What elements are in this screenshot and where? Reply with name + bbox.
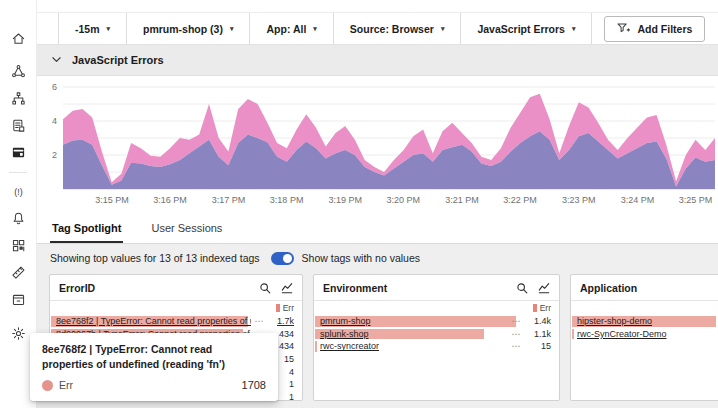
errors-chart[interactable]: 2463:15 PM3:16 PM3:17 PM3:18 PM3:19 PM3:… [37,76,718,214]
source-filter-label: Source: Browser [350,23,434,35]
app-filter[interactable]: App: All▾ [249,13,332,44]
svg-text:3:20 PM: 3:20 PM [387,195,421,205]
panel-environment: EnvironmentErrpmrum-shop⋯1.4ksplunk-shop… [313,274,560,401]
network-icon[interactable] [10,64,26,80]
tag-value-link[interactable]: pmrum-shop [320,316,508,326]
svg-text:4: 4 [52,116,57,126]
panel-title: Application [580,282,718,294]
box-icon[interactable] [10,292,26,308]
chevron-down-icon: ▾ [107,25,111,33]
svg-text:3:17 PM: 3:17 PM [212,195,246,205]
tooltip-value: 1708 [242,379,266,391]
svg-text:3:24 PM: 3:24 PM [621,195,655,205]
panel-title: ErrorID [59,282,249,294]
err-legend-swatch [276,304,280,312]
row-count: 1.7k [267,316,294,326]
show-tags-toggle[interactable] [271,252,294,265]
panel-title: Environment [323,282,506,294]
tooltip-series-row: Err 1708 [42,379,266,391]
tag-row: splunk-shop⋯1.1k [314,328,559,341]
err-bar [572,329,574,340]
svg-text:3:22 PM: 3:22 PM [503,195,537,205]
err-legend-label: Err [283,303,294,313]
tag-value-link[interactable]: 8ee768f2 | TypeError: Cannot read proper… [56,316,251,326]
tag-row: pmrum-shop⋯1.4k [314,315,559,328]
row-menu-icon[interactable]: ⋯ [508,329,524,339]
svg-text:6: 6 [52,82,57,92]
error-type-filter-label: JavaScript Errors [477,23,565,35]
toggle-knob [283,254,292,263]
svg-text:3:18 PM: 3:18 PM [270,195,304,205]
panel-legend: Err [50,301,302,315]
svg-text:3:25 PM: 3:25 PM [679,195,713,205]
tag-value-link[interactable]: hipster-shop-demo [577,316,718,326]
search-icon[interactable] [516,282,528,294]
tag-value-link[interactable]: splunk-shop [320,329,508,339]
section-title: JavaScript Errors [72,54,164,66]
hierarchy-icon[interactable] [10,91,26,107]
rum-card-icon[interactable] [10,145,26,161]
time-range-label: -15m [75,23,100,35]
bell-icon[interactable] [10,211,26,227]
stacked-area-chart[interactable]: 2463:15 PM3:16 PM3:17 PM3:18 PM3:19 PM3:… [37,79,718,211]
svg-text:3:19 PM: 3:19 PM [329,195,363,205]
row-menu-icon[interactable]: ⋯ [508,316,524,326]
alert-icon[interactable]: (!) [10,184,26,200]
environment-filter-label: pmrum-shop (3) [143,23,223,35]
row-menu-icon[interactable]: ⋯ [508,341,524,351]
err-legend-swatch [533,304,537,312]
err-series-dot [42,380,53,391]
toggle-label: Show tags with no values [302,252,420,264]
ruler-icon[interactable] [10,265,26,281]
add-filters-button[interactable]: Add Filters [604,16,705,42]
chevron-down-icon: ▾ [572,25,576,33]
tag-row: rwc-SynCreator-Demo [571,328,718,341]
tab-user-sessions[interactable]: User Sessions [149,214,224,243]
tab-tag-spotlight[interactable]: Tag Spotlight [50,214,123,243]
svg-text:3:21 PM: 3:21 PM [445,195,479,205]
svg-text:3:16 PM: 3:16 PM [153,195,187,205]
gear-icon[interactable] [10,325,26,341]
log-icon[interactable] [10,118,26,134]
svg-text:2: 2 [52,150,57,160]
chart-icon[interactable] [538,282,550,294]
panel-legend: Err [571,301,718,315]
row-count: 15 [524,341,551,351]
row-count: 1.1k [524,329,551,339]
chevron-down-icon: ▾ [313,25,317,33]
panel-application: ApplicationErrhipster-shop-demorwc-SynCr… [570,274,718,401]
tooltip-title: 8ee768f2 | TypeError: Cannot read proper… [42,342,266,371]
filter-bar: -15m▾ pmrum-shop (3)▾ App: All▾ Source: … [37,0,718,45]
row-menu-icon[interactable]: ⋯ [251,316,267,326]
chevron-down-icon: ▾ [230,25,234,33]
home-icon[interactable] [10,30,26,46]
chart-icon[interactable] [281,282,293,294]
panel-legend: Err [314,301,559,315]
tooltip-series-label: Err [59,379,236,391]
spotlight-summary: Showing top values for 13 of 13 indexed … [50,252,260,264]
grid-icon[interactable] [10,238,26,254]
chart-tooltip: 8ee768f2 | TypeError: Cannot read proper… [30,333,278,401]
time-range-filter[interactable]: -15m▾ [58,13,126,44]
error-type-filter[interactable]: JavaScript Errors▾ [460,13,592,44]
chevron-down-icon: ▾ [441,25,445,33]
chevron-down-icon [52,56,61,64]
tag-value-link[interactable]: rwc-SynCreator-Demo [577,329,718,339]
row-count: 1.4k [524,316,551,326]
tag-row: 8ee768f2 | TypeError: Cannot read proper… [50,315,302,328]
app-filter-label: App: All [266,23,306,35]
environment-filter[interactable]: pmrum-shop (3)▾ [126,13,249,44]
tabs: Tag Spotlight User Sessions [37,214,718,244]
tag-row: rwc-syncreator⋯15 [314,340,559,353]
source-filter[interactable]: Source: Browser▾ [333,13,461,44]
err-bar [315,341,317,352]
nav-divider [9,172,27,173]
err-legend-label: Err [540,303,551,313]
spotlight-controls: Showing top values for 13 of 13 indexed … [37,244,718,272]
tag-value-link[interactable]: rwc-syncreator [320,341,508,351]
chart-section-header[interactable]: JavaScript Errors [37,45,718,76]
svg-text:(!): (!) [14,187,22,197]
search-icon[interactable] [259,282,271,294]
funnel-plus-icon [617,23,630,34]
add-filters-label: Add Filters [637,23,692,35]
